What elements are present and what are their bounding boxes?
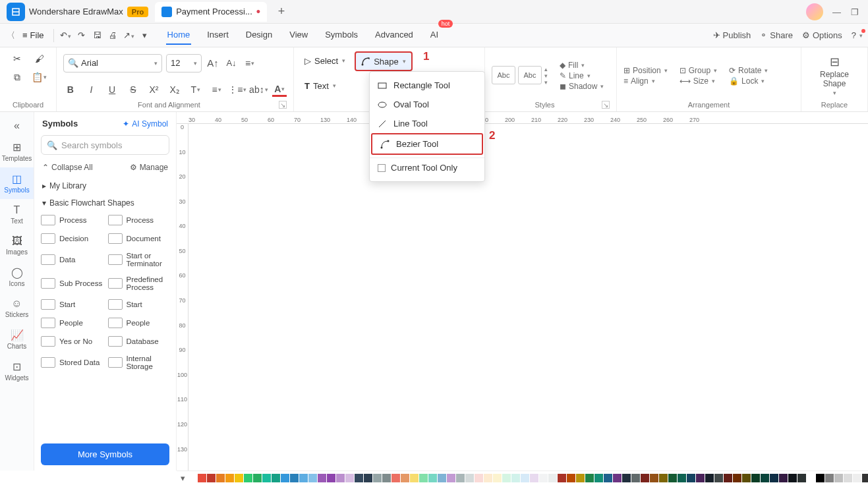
color-swatch[interactable] <box>373 474 382 482</box>
color-swatch[interactable] <box>825 474 834 482</box>
symbol-item[interactable]: Process <box>107 212 171 229</box>
align-menu-button[interactable]: ≡▾ <box>243 56 257 71</box>
color-swatch[interactable] <box>668 474 677 482</box>
file-menu[interactable]: ≡File <box>18 30 48 40</box>
sidebar-templates[interactable]: ⊞Templates <box>0 136 34 167</box>
color-swatch[interactable] <box>862 474 868 482</box>
italic-button[interactable]: I <box>84 82 99 97</box>
symbol-item[interactable]: Internal Storage <box>107 351 171 374</box>
color-swatch[interactable] <box>585 474 594 482</box>
minimize-button[interactable]: ― <box>832 7 842 16</box>
rectangle-tool-item[interactable]: Rectangle Tool <box>370 76 484 95</box>
maximize-button[interactable]: ❐ <box>851 7 860 16</box>
symbol-item[interactable]: Predefined Process <box>107 272 171 295</box>
more-symbols-button[interactable]: More Symbols <box>41 443 169 465</box>
symbol-item[interactable]: Document <box>107 230 171 247</box>
print-button[interactable]: 🖨 <box>107 30 120 40</box>
sidebar-charts[interactable]: 📈Charts <box>0 324 34 355</box>
color-swatch[interactable] <box>641 474 649 482</box>
color-swatch[interactable] <box>318 474 326 482</box>
color-swatch[interactable] <box>622 474 631 482</box>
help-button[interactable]: ?▾ <box>852 30 863 40</box>
color-swatch[interactable] <box>235 474 243 482</box>
options-button[interactable]: ⚙ Options <box>802 30 842 40</box>
symbol-item[interactable]: Yes or No <box>40 333 104 350</box>
symbol-item[interactable]: Database <box>107 333 171 350</box>
styles-launcher[interactable]: ↘ <box>602 101 610 109</box>
color-swatch[interactable] <box>594 474 603 482</box>
color-swatch[interactable] <box>253 474 262 482</box>
font-color-button[interactable]: A▾ <box>272 82 287 97</box>
redo-button[interactable]: ↷ <box>75 30 88 40</box>
color-swatch[interactable] <box>336 474 345 482</box>
color-swatch[interactable] <box>428 474 437 482</box>
line-spacing-button[interactable]: ≡▾ <box>210 82 224 97</box>
font-family-select[interactable]: 🔍Arial▾ <box>63 54 162 72</box>
bold-button[interactable]: B <box>63 82 78 97</box>
export-button[interactable]: ↗▾ <box>123 30 136 40</box>
color-swatch[interactable] <box>419 474 428 482</box>
manage-button[interactable]: ⚙ Manage <box>130 163 168 172</box>
style-up[interactable]: ▴ <box>544 66 548 72</box>
ai-symbol-button[interactable]: ✦ AI Symbol <box>123 119 168 128</box>
sidebar-collapse-button[interactable]: « <box>10 116 24 136</box>
sidebar-symbols[interactable]: ◫Symbols <box>0 167 34 199</box>
symbol-search-input[interactable]: 🔍Search symbols <box>41 135 169 155</box>
document-tab[interactable]: Payment Processi... • <box>155 2 267 22</box>
color-swatch[interactable] <box>216 474 225 482</box>
style-preset[interactable]: Abc <box>492 66 515 84</box>
copy-button[interactable]: ⧉ <box>10 70 24 84</box>
lock-button[interactable]: 🔒 Lock▾ <box>729 76 768 86</box>
color-swatch[interactable] <box>604 474 612 482</box>
color-swatch[interactable] <box>659 474 668 482</box>
sidebar-icons[interactable]: ◯Icons <box>0 261 34 293</box>
menu-advanced[interactable]: Advanced <box>374 26 415 45</box>
color-swatch[interactable] <box>733 474 741 482</box>
increase-font-button[interactable]: A↑ <box>206 56 220 71</box>
group-button[interactable]: ⊡ Group▾ <box>680 66 717 75</box>
color-swatch[interactable] <box>650 474 658 482</box>
color-swatch[interactable] <box>834 474 843 482</box>
color-swatch[interactable] <box>816 474 825 482</box>
color-swatch[interactable] <box>225 474 234 482</box>
sidebar-images[interactable]: 🖼Images <box>0 230 34 261</box>
symbol-item[interactable]: Sub Process <box>40 272 104 295</box>
color-swatch[interactable] <box>244 474 252 482</box>
color-swatch[interactable] <box>290 474 299 482</box>
style-more[interactable]: ▾ <box>544 79 548 86</box>
color-swatch[interactable] <box>696 474 705 482</box>
symbol-item[interactable]: People <box>40 314 104 331</box>
replace-shape-button[interactable]: ⊟ Replace Shape▾ <box>813 55 855 96</box>
color-swatch[interactable] <box>401 474 409 482</box>
symbol-item[interactable]: Process <box>40 212 104 229</box>
color-swatch[interactable] <box>327 474 335 482</box>
color-swatch[interactable] <box>853 474 861 482</box>
menu-symbols[interactable]: Symbols <box>324 26 359 45</box>
strike-button[interactable]: S <box>126 82 140 97</box>
color-swatch[interactable] <box>807 474 815 482</box>
symbol-item[interactable]: Start <box>107 296 171 313</box>
color-swatch[interactable] <box>761 474 769 482</box>
underline-button[interactable]: U <box>105 82 119 97</box>
symbol-item[interactable]: Stored Data <box>40 351 104 374</box>
color-swatch[interactable] <box>558 474 566 482</box>
color-swatch[interactable] <box>198 474 206 482</box>
color-swatch[interactable] <box>751 474 760 482</box>
case-button[interactable]: T▾ <box>188 82 203 97</box>
color-swatch[interactable] <box>502 474 511 482</box>
color-swatch[interactable] <box>391 474 400 482</box>
color-swatch[interactable] <box>272 474 280 482</box>
text-direction-button[interactable]: ab↕▾ <box>251 82 266 97</box>
qa-customize-button[interactable]: ▾ <box>138 30 152 40</box>
color-swatch[interactable] <box>548 474 557 482</box>
rotate-button[interactable]: ⟳ Rotate▾ <box>729 66 768 75</box>
size-button[interactable]: ⟷ Size▾ <box>680 76 717 86</box>
color-swatch[interactable] <box>188 474 197 482</box>
color-swatch[interactable] <box>262 474 271 482</box>
color-swatch[interactable] <box>678 474 686 482</box>
color-swatch[interactable] <box>465 474 474 482</box>
sidebar-stickers[interactable]: ☺Stickers <box>0 293 34 324</box>
back-button[interactable]: 〈 <box>5 30 16 42</box>
user-avatar[interactable] <box>806 3 823 20</box>
color-swatch[interactable] <box>308 474 317 482</box>
